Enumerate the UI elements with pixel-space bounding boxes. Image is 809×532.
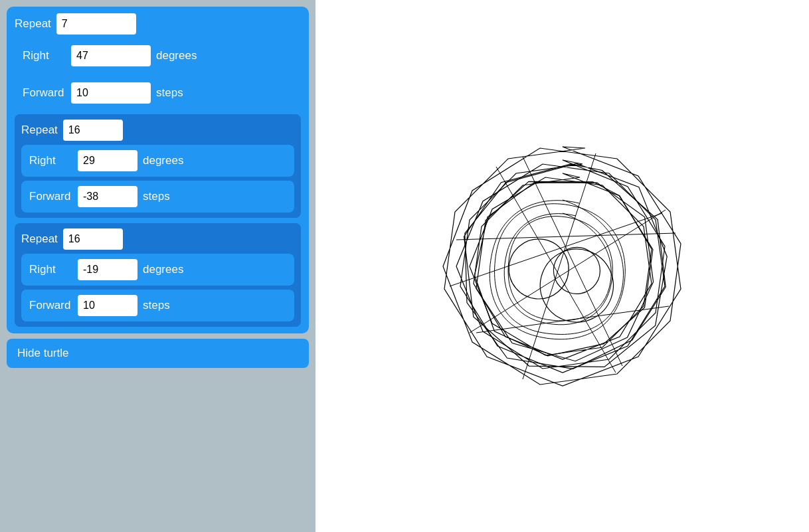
inner-repeat-2-header: Repeat: [21, 228, 294, 250]
inner-repeat-1-input[interactable]: [63, 120, 123, 141]
first-forward-row: Forward steps: [15, 77, 301, 109]
inner-2-forward-row: Forward steps: [21, 290, 294, 321]
outer-repeat-block: Repeat Right degrees Forward steps Repea…: [7, 7, 309, 333]
inner-1-right-label: Right: [29, 154, 72, 167]
inner-1-right-input[interactable]: [78, 150, 137, 171]
turtle-drawing: [363, 67, 762, 466]
drawing-canvas: [315, 0, 809, 532]
inner-repeat-1-header: Repeat: [21, 120, 294, 141]
inner-2-forward-input[interactable]: [78, 295, 137, 316]
inner-2-right-label: Right: [29, 263, 72, 276]
outer-repeat-label: Repeat: [15, 17, 51, 31]
first-right-unit: degrees: [156, 49, 197, 62]
first-right-row: Right degrees: [15, 40, 301, 72]
first-forward-label: Forward: [23, 86, 66, 100]
inner-1-forward-input[interactable]: [78, 186, 137, 207]
inner-2-right-row: Right degrees: [21, 254, 294, 286]
hide-turtle-button[interactable]: Hide turtle: [7, 339, 309, 368]
inner-2-right-input[interactable]: [78, 259, 137, 280]
inner-2-right-unit: degrees: [143, 263, 183, 276]
outer-repeat-header: Repeat: [15, 13, 301, 35]
left-panel: Repeat Right degrees Forward steps Repea…: [0, 0, 315, 532]
first-forward-input[interactable]: [71, 82, 151, 104]
first-right-input[interactable]: [71, 45, 151, 66]
outer-repeat-input[interactable]: [56, 13, 136, 35]
inner-1-forward-label: Forward: [29, 190, 72, 203]
inner-1-right-row: Right degrees: [21, 145, 294, 177]
inner-2-forward-unit: steps: [143, 299, 170, 312]
inner-repeat-2-input[interactable]: [63, 228, 123, 250]
first-forward-unit: steps: [156, 86, 183, 100]
inner-2-forward-label: Forward: [29, 299, 72, 312]
inner-repeat-2-label: Repeat: [21, 232, 58, 246]
inner-1-forward-unit: steps: [143, 190, 170, 203]
inner-1-forward-row: Forward steps: [21, 181, 294, 213]
inner-repeat-block-2: Repeat Right degrees Forward steps: [15, 223, 301, 327]
inner-repeat-1-label: Repeat: [21, 124, 58, 137]
first-right-label: Right: [23, 49, 66, 62]
inner-repeat-block-1: Repeat Right degrees Forward steps: [15, 114, 301, 218]
inner-1-right-unit: degrees: [143, 154, 183, 167]
